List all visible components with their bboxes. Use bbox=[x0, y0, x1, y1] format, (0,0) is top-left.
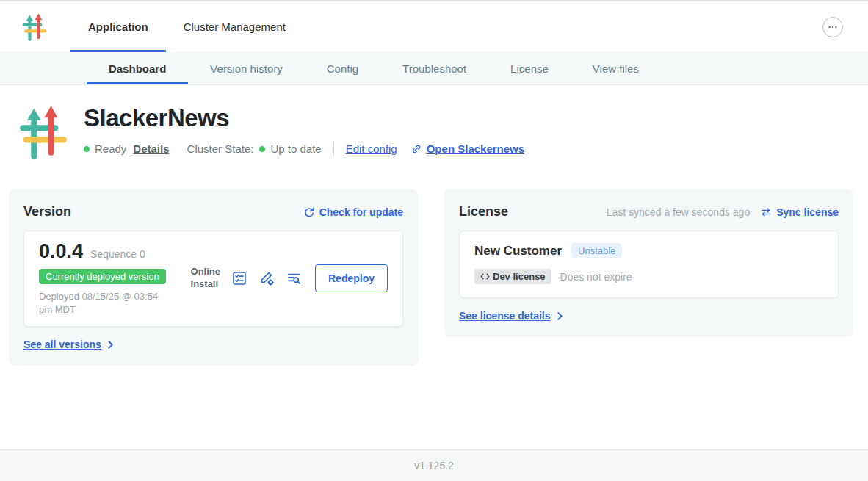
last-synced-label: Last synced a few seconds ago bbox=[607, 206, 750, 218]
more-options-icon bbox=[826, 21, 839, 34]
logs-icon[interactable] bbox=[286, 270, 302, 286]
channel-badge: Unstable bbox=[571, 243, 622, 258]
see-license-details-link[interactable]: See license details bbox=[459, 310, 565, 322]
code-icon bbox=[480, 272, 490, 281]
version-actions: Online Install bbox=[191, 264, 388, 292]
chevron-right-icon bbox=[555, 311, 565, 321]
license-card: License Last synced a few seconds ago bbox=[444, 189, 853, 337]
app-status-row: Ready Details Cluster State: Up to date … bbox=[84, 142, 524, 156]
license-type-row: Dev license Does not expire bbox=[474, 269, 823, 284]
refresh-icon bbox=[303, 206, 315, 218]
chevron-right-icon bbox=[106, 340, 115, 350]
install-type-label: Online Install bbox=[191, 266, 220, 291]
license-expiry: Does not expire bbox=[560, 271, 632, 283]
open-app-label: Open Slackernews bbox=[427, 142, 524, 155]
see-all-versions-label: See all versions bbox=[23, 339, 101, 350]
ready-status-dot bbox=[84, 146, 90, 152]
subnav-view-files[interactable]: View files bbox=[571, 52, 661, 84]
preflight-checks-icon[interactable] bbox=[231, 270, 247, 286]
top-tabs: Application Cluster Management bbox=[70, 1, 303, 52]
app-header: SlackerNews Ready Details Cluster State:… bbox=[0, 85, 868, 162]
config-icon[interactable] bbox=[258, 270, 275, 286]
install-type-line1: Online bbox=[191, 266, 220, 278]
edit-config-link[interactable]: Edit config bbox=[346, 142, 397, 155]
deployed-timestamp: Deployed 08/15/25 @ 03:54 pm MDT bbox=[39, 290, 173, 316]
version-card-title: Version bbox=[23, 204, 71, 220]
deployed-badge: Currently deployed version bbox=[39, 269, 166, 284]
license-customer-row: New Customer Unstable bbox=[474, 243, 823, 258]
version-sequence: Sequence 0 bbox=[90, 248, 145, 260]
version-info: 0.0.4 Sequence 0 Currently deployed vers… bbox=[39, 240, 173, 316]
customer-name: New Customer bbox=[474, 244, 562, 258]
app-meta: SlackerNews Ready Details Cluster State:… bbox=[84, 103, 524, 162]
license-card-title: License bbox=[459, 204, 508, 220]
tab-cluster-management-label: Cluster Management bbox=[184, 21, 286, 33]
current-version-panel: 0.0.4 Sequence 0 Currently deployed vers… bbox=[23, 231, 403, 327]
check-for-update-link[interactable]: Check for update bbox=[303, 206, 403, 218]
check-for-update-label: Check for update bbox=[319, 206, 403, 218]
cluster-state-value: Up to date bbox=[270, 142, 321, 155]
app-logo-icon bbox=[21, 12, 48, 43]
ready-status-label: Ready bbox=[95, 142, 126, 155]
tab-application-label: Application bbox=[88, 21, 148, 33]
subnav-config[interactable]: Config bbox=[305, 52, 380, 84]
subnav-license[interactable]: License bbox=[488, 52, 571, 84]
open-app-link[interactable]: Open Slackernews bbox=[411, 142, 524, 155]
see-license-details-label: See license details bbox=[459, 310, 551, 322]
license-type-badge: Dev license bbox=[474, 269, 551, 284]
version-card: Version Check for update bbox=[9, 189, 418, 366]
dashboard-cards: Version Check for update bbox=[9, 189, 859, 366]
subnav-dashboard[interactable]: Dashboard bbox=[87, 52, 188, 84]
app-subnav: Dashboard Version history Config Trouble… bbox=[0, 52, 868, 85]
sync-license-link[interactable]: Sync license bbox=[760, 206, 839, 218]
subnav-troubleshoot[interactable]: Troubleshoot bbox=[380, 52, 488, 84]
main-content: SlackerNews Ready Details Cluster State:… bbox=[0, 85, 868, 366]
footer: v1.125.2 bbox=[0, 449, 868, 481]
app-icon bbox=[16, 103, 70, 162]
version-card-header: Version Check for update bbox=[23, 204, 403, 220]
license-card-header: License Last synced a few seconds ago bbox=[459, 204, 839, 220]
divider bbox=[333, 142, 334, 156]
top-navbar: Application Cluster Management bbox=[0, 0, 868, 52]
install-type-line2: Install bbox=[191, 278, 220, 291]
link-icon bbox=[411, 143, 422, 155]
license-panel: New Customer Unstable Dev license bbox=[459, 231, 839, 298]
version-number: 0.0.4 bbox=[39, 240, 83, 263]
tab-application[interactable]: Application bbox=[70, 1, 166, 52]
license-card-header-right: Last synced a few seconds ago Sync licen… bbox=[607, 206, 839, 218]
sync-icon bbox=[760, 206, 772, 218]
sync-license-label: Sync license bbox=[776, 206, 839, 218]
license-type-label: Dev license bbox=[493, 271, 546, 282]
cluster-state-label: Cluster State: bbox=[187, 142, 254, 155]
console-version: v1.125.2 bbox=[414, 460, 454, 471]
app-title: SlackerNews bbox=[84, 104, 524, 132]
subnav-version-history[interactable]: Version history bbox=[188, 52, 304, 84]
cluster-state-dot bbox=[259, 146, 265, 152]
tab-cluster-management[interactable]: Cluster Management bbox=[166, 1, 303, 52]
details-link[interactable]: Details bbox=[133, 142, 169, 155]
see-all-versions-link[interactable]: See all versions bbox=[23, 339, 115, 350]
more-options-button[interactable] bbox=[822, 17, 843, 37]
redeploy-button[interactable]: Redeploy bbox=[315, 264, 388, 292]
